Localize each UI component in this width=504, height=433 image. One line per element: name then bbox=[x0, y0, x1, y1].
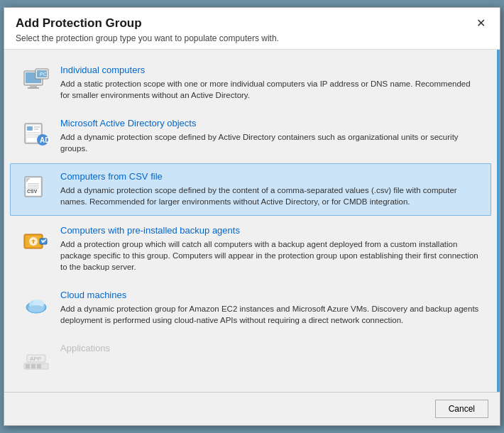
csv-icon: CSV bbox=[22, 172, 50, 201]
svg-rect-3 bbox=[28, 87, 39, 89]
ad-title: Microsoft Active Directory objects bbox=[60, 118, 479, 128]
option-cloud[interactable]: Cloud machines Add a dynamic protection … bbox=[10, 282, 491, 334]
individual-title: Individual computers bbox=[60, 65, 479, 75]
csv-title: Computers from CSV file bbox=[60, 171, 479, 182]
apps-icon: APP bbox=[22, 344, 50, 373]
option-csv[interactable]: CSV Computers from CSV file Add a dynami… bbox=[10, 163, 491, 215]
ad-desc: Add a dynamic protection scope defined b… bbox=[60, 131, 479, 154]
svg-rect-2 bbox=[30, 85, 37, 87]
dialog-subtitle: Select the protection group type you wan… bbox=[16, 33, 279, 43]
add-protection-group-dialog: Add Protection Group Select the protecti… bbox=[4, 7, 500, 426]
svg-rect-9 bbox=[27, 126, 33, 131]
cloud-desc: Add a dynamic protection group for Amazo… bbox=[60, 303, 479, 326]
ad-text: Microsoft Active Directory objects Add a… bbox=[60, 118, 479, 154]
individual-desc: Add a static protection scope with one o… bbox=[60, 78, 479, 101]
backup-desc: Add a protection group which will catch … bbox=[60, 239, 479, 273]
individual-text: Individual computers Add a static protec… bbox=[60, 65, 479, 101]
svg-text:PC: PC bbox=[40, 72, 47, 77]
svg-text:AD: AD bbox=[40, 136, 50, 144]
svg-text:CSV: CSV bbox=[27, 189, 38, 194]
backup-icon: V bbox=[22, 226, 50, 255]
option-backup-agents[interactable]: V Computers with pre-installed backup ag… bbox=[10, 217, 491, 280]
apps-text: Applications bbox=[60, 343, 479, 356]
close-button[interactable]: ✕ bbox=[473, 16, 488, 31]
options-list: PC Individual computers Add a static pro… bbox=[4, 50, 500, 392]
individual-icon: PC bbox=[22, 66, 50, 94]
cloud-text: Cloud machines Add a dynamic protection … bbox=[60, 290, 479, 326]
csv-text: Computers from CSV file Add a dynamic pr… bbox=[60, 171, 479, 207]
svg-text:APP: APP bbox=[30, 356, 41, 362]
svg-rect-39 bbox=[37, 364, 41, 368]
cloud-icon bbox=[22, 291, 50, 319]
ad-icon: AD bbox=[22, 119, 50, 148]
option-individual[interactable]: PC Individual computers Add a static pro… bbox=[10, 57, 491, 109]
option-applications[interactable]: APP Applications bbox=[10, 335, 491, 380]
cloud-title: Cloud machines bbox=[60, 290, 479, 300]
svg-rect-37 bbox=[26, 364, 30, 368]
backup-title: Computers with pre-installed backup agen… bbox=[60, 225, 479, 236]
option-active-directory[interactable]: AD Microsoft Active Directory objects Ad… bbox=[10, 110, 491, 162]
dialog-footer: Cancel bbox=[4, 392, 500, 425]
dialog-titlebar: Add Protection Group Select the protecti… bbox=[4, 8, 500, 50]
backup-text: Computers with pre-installed backup agen… bbox=[60, 225, 479, 273]
cancel-button[interactable]: Cancel bbox=[435, 400, 488, 418]
apps-title: Applications bbox=[60, 343, 479, 353]
svg-rect-38 bbox=[31, 364, 35, 368]
title-area: Add Protection Group Select the protecti… bbox=[16, 16, 279, 43]
csv-desc: Add a dynamic protection scope defined b… bbox=[60, 185, 479, 207]
dialog-title: Add Protection Group bbox=[16, 16, 279, 31]
svg-point-35 bbox=[28, 305, 44, 312]
